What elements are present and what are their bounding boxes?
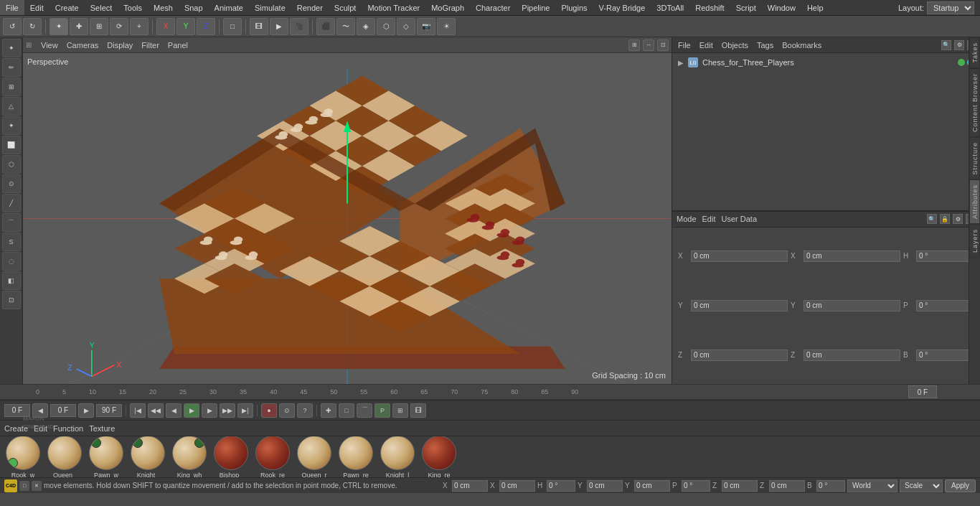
camera-btn[interactable]: 📷 [417,18,435,35]
tl-keyframe-btn[interactable]: ? [297,403,313,418]
obj-edit-btn[interactable]: Edit [697,41,716,50]
coord-h[interactable] [547,480,575,492]
menu-snap[interactable]: Snap [179,0,209,15]
mat-edit-btn[interactable]: Edit [34,424,47,433]
attr-ysize-input[interactable] [804,300,900,311]
coord-z-size[interactable] [769,480,805,492]
cube-btn[interactable]: ⬛ [316,18,335,35]
frame-btn[interactable]: 🎞 [250,18,268,35]
tool-spline[interactable]: S [2,233,21,251]
obj-search-btn[interactable]: 🔍 [941,40,951,50]
obj-tags-btn[interactable]: Tags [754,41,776,50]
tool-paint[interactable]: ✏ [2,58,21,77]
viewport-display-menu[interactable]: Display [105,41,135,50]
tool-snap[interactable]: ⊙ [2,174,21,193]
apply-button[interactable]: Apply [945,479,976,492]
object-mode[interactable]: □ [223,18,242,35]
tl-grid-btn[interactable]: ⊞ [392,403,408,418]
attr-zsize-input[interactable] [804,350,900,361]
coord-y-size[interactable] [634,480,670,492]
obj-bookmarks-btn[interactable]: Bookmarks [779,41,824,50]
menu-pipeline[interactable]: Pipeline [516,0,555,15]
menu-help[interactable]: Help [801,0,829,15]
spline-btn[interactable]: 〜 [336,18,355,35]
obj-objects-btn[interactable]: Objects [719,41,751,50]
coord-p[interactable] [682,480,710,492]
tab-attributes[interactable]: Attributes [969,179,980,224]
material-king-wh[interactable]: King_wh [171,436,208,477]
tl-curve-btn[interactable]: ⌒ [357,403,372,418]
tl-autokey-btn[interactable]: ⊙ [279,403,295,418]
x-axis-btn[interactable]: X [156,18,175,35]
tl-prev-key[interactable]: ◀◀ [148,403,164,418]
attr-edit-btn[interactable]: Edit [702,215,716,223]
layout-select[interactable]: Startup [927,1,974,14]
object-item-chess[interactable]: ▶ L0 Chess_for_Three_Players [675,56,977,69]
tool-polygon[interactable]: △ [2,97,21,116]
tl-next-frame[interactable]: ▶ [202,403,217,418]
tool-knife[interactable]: ✦ [2,116,21,135]
nurbs-btn[interactable]: ◈ [357,18,375,35]
timeline-preview-end-input[interactable]: ▶ [78,403,94,418]
world-dropdown[interactable]: World [847,479,897,492]
tool-line[interactable]: ╱ [2,194,21,212]
material-rook-re[interactable]: Rook_re [254,436,291,477]
tool-grid[interactable]: ⊞ [2,78,21,96]
render-anim-btn[interactable]: ▶ [270,18,288,35]
y-axis-btn[interactable]: Y [176,18,195,35]
material-bishop[interactable]: Bishop_ [212,436,250,477]
tool-s3[interactable]: ◧ [2,271,21,290]
tool-s4[interactable]: ⊡ [2,291,21,309]
viewport[interactable]: Perspective Grid Spacing : 10 cm [23,53,672,384]
menu-sculpt[interactable]: Sculpt [329,0,362,15]
tool-extrude[interactable]: ⬜ [2,136,21,154]
obj-settings-btn[interactable]: ⚙ [954,40,964,50]
tab-layers[interactable]: Layers [969,224,980,258]
object-visible-dot[interactable] [958,59,965,66]
move-tool[interactable]: ✚ [70,18,88,35]
scale-tool[interactable]: ⊞ [90,18,108,35]
timeline-preview-start[interactable] [50,404,76,417]
viewport-icon-2[interactable]: ↔ [643,39,654,51]
tl-box-btn[interactable]: □ [339,403,354,418]
menu-edit[interactable]: Edit [24,0,50,15]
material-queen-r[interactable]: Queen_r [296,436,333,477]
viewport-view-menu[interactable]: View [39,41,60,50]
viewport-cameras-menu[interactable]: Cameras [65,41,101,50]
z-axis-btn[interactable]: Z [197,18,215,35]
tl-play[interactable]: ▶ [184,403,199,418]
menu-window[interactable]: Window [762,0,801,15]
select-tool[interactable]: ✦ [50,18,68,35]
menu-script[interactable]: Script [730,0,762,15]
menu-tools[interactable]: Tools [118,0,148,15]
make-preview-btn[interactable]: 🎥 [290,18,308,35]
menu-motion-tracker[interactable]: Motion Tracker [362,0,425,15]
tl-next-key[interactable]: ▶▶ [220,403,235,418]
timeline-prev-frame-btn[interactable]: ◀ [32,403,48,418]
tl-record-btn[interactable]: ● [261,403,277,418]
mat-create-btn[interactable]: Create [4,424,28,433]
coord-y-pos[interactable] [587,480,623,492]
obj-file-btn[interactable]: File [675,41,694,50]
attr-mode-btn[interactable]: Mode [677,215,697,223]
attr-y-input[interactable] [691,300,788,311]
menu-file[interactable]: File [0,0,24,15]
material-knight-l[interactable]: Knight_l [379,436,416,477]
tab-takes[interactable]: Takes [969,37,980,68]
viewport-icon-1[interactable]: ⊞ [628,39,640,51]
menu-select[interactable]: Select [85,0,118,15]
viewport-filter-menu[interactable]: Filter [139,41,161,50]
env-btn[interactable]: ◇ [397,18,415,35]
c4d-logo[interactable]: C4D [4,479,17,492]
mat-function-btn[interactable]: Function [53,424,83,433]
menu-redshift[interactable]: Redshift [689,0,730,15]
tab-structure[interactable]: Structure [969,137,980,180]
tl-prev-frame[interactable]: ◀ [166,403,182,418]
tool-bend[interactable]: ⌒ [2,213,21,232]
attr-z-input[interactable] [691,350,788,361]
tool-select[interactable]: ✦ [2,39,21,57]
light-btn[interactable]: ☀ [437,18,456,35]
status-close-btn[interactable]: ✕ [32,481,42,491]
material-rook-w[interactable]: Rook_w [4,436,42,477]
mat-texture-btn[interactable]: Texture [89,424,115,433]
